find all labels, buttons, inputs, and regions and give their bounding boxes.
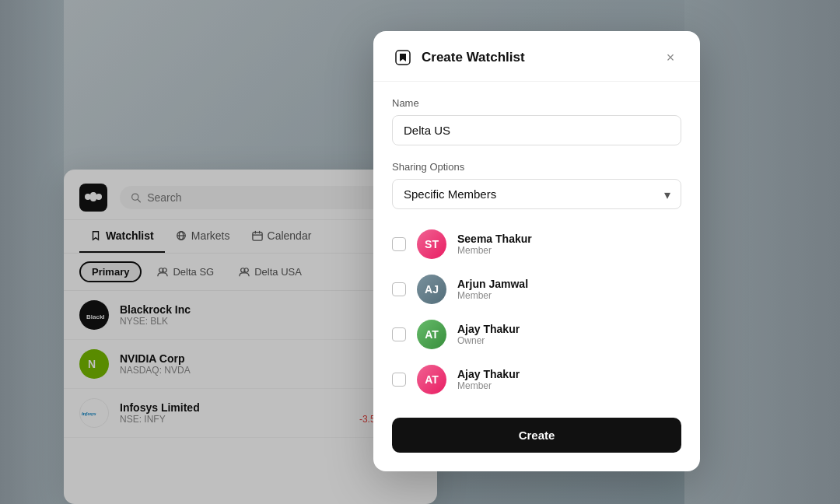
modal-title: Create Watchlist [422,50,525,65]
create-watchlist-modal: Create Watchlist × Name Sharing Options … [373,31,700,471]
avatar-arjun: AJ [417,275,446,304]
member-role: Member [457,290,681,301]
member-checkbox-ajay2[interactable] [392,373,406,387]
member-info-ajay2: Ajay Thakur Member [457,368,681,391]
list-item: AJ Arjun Jamwal Member [392,267,681,312]
member-info-seema: Seema Thakur Member [457,233,681,256]
sharing-field-label: Sharing Options [392,161,681,173]
avatar-ajay1: AT [417,320,446,349]
member-checkbox-ajay1[interactable] [392,327,406,341]
modal-title-row: Create Watchlist [392,47,525,68]
sharing-options-select[interactable]: Specific Members All Members Private [392,179,681,209]
sharing-select-wrapper: Specific Members All Members Private ▾ [392,179,681,209]
member-name: Seema Thakur [457,233,681,245]
modal-close-button[interactable]: × [660,47,681,68]
members-list: ST Seema Thakur Member AJ Arjun Jamwal M… [392,222,681,402]
list-item: AT Ajay Thakur Member [392,357,681,402]
list-item: AT Ajay Thakur Owner [392,312,681,357]
watchlist-name-input[interactable] [392,115,681,145]
list-item: ST Seema Thakur Member [392,222,681,267]
member-info-arjun: Arjun Jamwal Member [457,278,681,301]
member-name: Arjun Jamwal [457,278,681,290]
member-role: Owner [457,335,681,346]
create-button[interactable]: Create [392,418,681,453]
member-info-ajay1: Ajay Thakur Owner [457,323,681,346]
member-role: Member [457,380,681,391]
member-name: Ajay Thakur [457,323,681,335]
member-checkbox-arjun[interactable] [392,282,406,296]
name-field-label: Name [392,97,681,109]
avatar-seema: ST [417,229,446,259]
member-role: Member [457,245,681,256]
watchlist-modal-icon [392,47,414,68]
modal-header: Create Watchlist × [373,31,700,82]
member-name: Ajay Thakur [457,368,681,380]
avatar-ajay2: AT [417,365,446,394]
member-checkbox-seema[interactable] [392,237,406,251]
modal-body: Name Sharing Options Specific Members Al… [373,82,700,402]
